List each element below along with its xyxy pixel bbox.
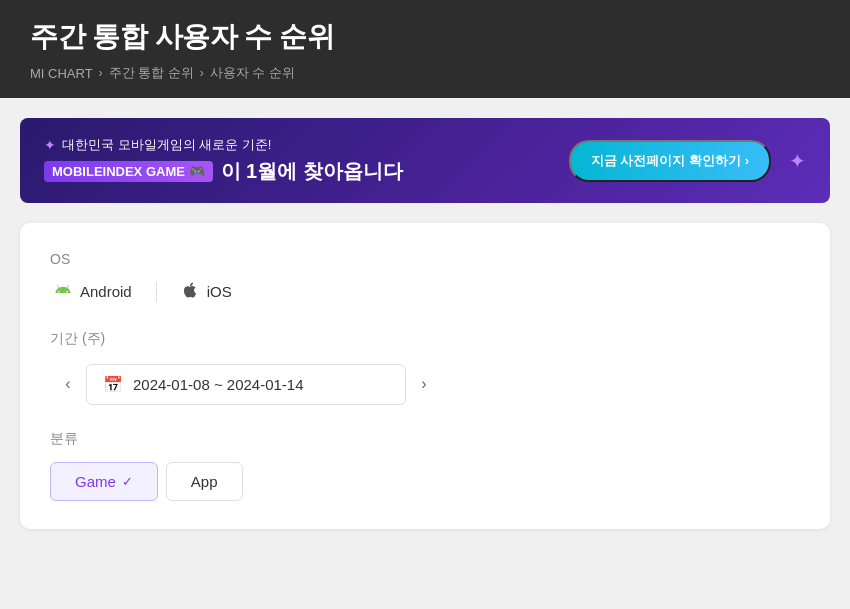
date-row: ‹ 📅 2024-01-08 ~ 2024-01-14 › xyxy=(50,362,800,406)
header: 주간 통합 사용자 수 순위 MI CHART › 주간 통합 순위 › 사용자… xyxy=(0,0,850,98)
breadcrumb-item-mi-chart[interactable]: MI CHART xyxy=(30,66,93,81)
game-label: Game xyxy=(75,473,116,490)
filter-card: OS Android iOS 기 xyxy=(20,223,830,529)
banner-main-text: MOBILEINDEX GAME 🎮 이 1월에 찾아옵니다 xyxy=(44,158,403,185)
banner-cta-button[interactable]: 지금 사전페이지 확인하기 › xyxy=(569,140,771,182)
banner-bottom-label: 이 1월에 찾아옵니다 xyxy=(221,158,403,185)
period-label: 기간 (주) xyxy=(50,330,800,348)
check-icon: ✓ xyxy=(122,474,133,489)
banner-logo: MOBILEINDEX GAME 🎮 xyxy=(44,161,213,182)
banner-diamond-icon: ✦ xyxy=(44,137,56,153)
apple-icon xyxy=(181,281,199,302)
os-option-android[interactable]: Android xyxy=(50,281,136,302)
android-icon xyxy=(54,281,72,302)
date-section: 기간 (주) ‹ 📅 2024-01-08 ~ 2024-01-14 › xyxy=(50,330,800,406)
category-options: Game ✓ App xyxy=(50,462,800,501)
banner-top-label: 대한민국 모바일게임의 새로운 기준! xyxy=(62,136,271,154)
date-next-button[interactable]: › xyxy=(406,362,442,406)
breadcrumb: MI CHART › 주간 통합 순위 › 사용자 수 순위 xyxy=(30,64,820,82)
android-label: Android xyxy=(80,283,132,300)
breadcrumb-item-users[interactable]: 사용자 수 순위 xyxy=(210,64,295,82)
breadcrumb-separator-2: › xyxy=(200,66,204,80)
os-option-ios[interactable]: iOS xyxy=(177,281,236,302)
app-label: App xyxy=(191,473,218,490)
category-app-button[interactable]: App xyxy=(166,462,243,501)
category-section: 분류 Game ✓ App xyxy=(50,430,800,501)
date-display: 📅 2024-01-08 ~ 2024-01-14 xyxy=(86,364,406,405)
breadcrumb-separator-1: › xyxy=(99,66,103,80)
ios-label: iOS xyxy=(207,283,232,300)
os-selector: Android iOS xyxy=(50,281,800,302)
breadcrumb-item-weekly[interactable]: 주간 통합 순위 xyxy=(109,64,194,82)
date-prev-button[interactable]: ‹ xyxy=(50,362,86,406)
os-label: OS xyxy=(50,251,800,267)
category-label: 분류 xyxy=(50,430,800,448)
main-content: ✦ 대한민국 모바일게임의 새로운 기준! MOBILEINDEX GAME 🎮… xyxy=(0,98,850,549)
page-title: 주간 통합 사용자 수 순위 xyxy=(30,18,820,56)
banner-left: ✦ 대한민국 모바일게임의 새로운 기준! MOBILEINDEX GAME 🎮… xyxy=(44,136,403,185)
os-divider xyxy=(156,282,157,302)
category-game-button[interactable]: Game ✓ xyxy=(50,462,158,501)
banner-top-text: ✦ 대한민국 모바일게임의 새로운 기준! xyxy=(44,136,403,154)
date-range-text: 2024-01-08 ~ 2024-01-14 xyxy=(133,376,304,393)
banner[interactable]: ✦ 대한민국 모바일게임의 새로운 기준! MOBILEINDEX GAME 🎮… xyxy=(20,118,830,203)
calendar-icon: 📅 xyxy=(103,375,123,394)
banner-star-icon: ✦ xyxy=(789,149,806,173)
